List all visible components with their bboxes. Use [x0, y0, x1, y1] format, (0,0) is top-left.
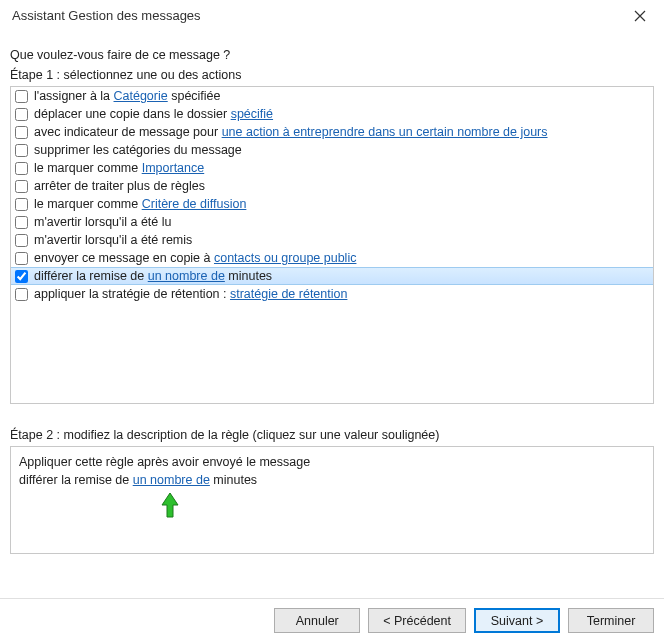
svg-marker-0	[162, 493, 178, 517]
action-label: m'avertir lorsqu'il a été lu	[34, 215, 171, 229]
next-button[interactable]: Suivant >	[474, 608, 560, 633]
action-row[interactable]: l'assigner à la Catégorie spécifiée	[11, 87, 653, 105]
action-label: le marquer comme Importance	[34, 161, 204, 175]
action-label: déplacer une copie dans le dossier spéci…	[34, 107, 273, 121]
action-label: avec indicateur de message pour une acti…	[34, 125, 548, 139]
action-label: différer la remise de un nombre de minut…	[34, 269, 272, 283]
action-label-pre: le marquer comme	[34, 197, 142, 211]
action-row[interactable]: arrêter de traiter plus de règles	[11, 177, 653, 195]
actions-list[interactable]: l'assigner à la Catégorie spécifiéedépla…	[10, 86, 654, 404]
action-checkbox[interactable]	[15, 144, 28, 157]
action-checkbox[interactable]	[15, 234, 28, 247]
action-label-pre: l'assigner à la	[34, 89, 114, 103]
window-title: Assistant Gestion des messages	[12, 8, 626, 23]
action-label: arrêter de traiter plus de règles	[34, 179, 205, 193]
action-link[interactable]: Importance	[142, 161, 205, 175]
action-checkbox[interactable]	[15, 90, 28, 103]
action-label: supprimer les catégories du message	[34, 143, 242, 157]
button-bar: Annuler < Précédent Suivant > Terminer	[274, 608, 654, 633]
step2-label: Étape 2 : modifiez la description de la …	[10, 428, 654, 442]
action-label-pre: m'avertir lorsqu'il a été lu	[34, 215, 171, 229]
action-checkbox[interactable]	[15, 180, 28, 193]
action-row[interactable]: appliquer la stratégie de rétention : st…	[11, 285, 653, 303]
action-label-pre: appliquer la stratégie de rétention :	[34, 287, 230, 301]
action-label: le marquer comme Critère de diffusion	[34, 197, 246, 211]
action-label: appliquer la stratégie de rétention : st…	[34, 287, 347, 301]
cancel-button[interactable]: Annuler	[274, 608, 360, 633]
desc-line2-post: minutes	[210, 473, 257, 487]
action-row[interactable]: le marquer comme Importance	[11, 159, 653, 177]
finish-button[interactable]: Terminer	[568, 608, 654, 633]
action-label: m'avertir lorsqu'il a été remis	[34, 233, 192, 247]
desc-line2-pre: différer la remise de	[19, 473, 133, 487]
action-row[interactable]: déplacer une copie dans le dossier spéci…	[11, 105, 653, 123]
action-label-pre: supprimer les catégories du message	[34, 143, 242, 157]
action-label: envoyer ce message en copie à contacts o…	[34, 251, 356, 265]
action-label-pre: arrêter de traiter plus de règles	[34, 179, 205, 193]
action-checkbox[interactable]	[15, 108, 28, 121]
action-label-pre: déplacer une copie dans le dossier	[34, 107, 231, 121]
action-link[interactable]: un nombre de	[148, 269, 225, 283]
action-link[interactable]: Catégorie	[114, 89, 168, 103]
description-line-1: Appliquer cette règle après avoir envoyé…	[19, 453, 645, 471]
prompt-text: Que voulez-vous faire de ce message ?	[10, 48, 654, 62]
action-label-pre: m'avertir lorsqu'il a été remis	[34, 233, 192, 247]
action-checkbox[interactable]	[15, 162, 28, 175]
action-label-pre: envoyer ce message en copie à	[34, 251, 214, 265]
action-label-pre: le marquer comme	[34, 161, 142, 175]
step1-label: Étape 1 : sélectionnez une ou des action…	[10, 68, 654, 82]
action-checkbox[interactable]	[15, 270, 28, 283]
description-line-2: différer la remise de un nombre de minut…	[19, 471, 645, 489]
action-checkbox[interactable]	[15, 252, 28, 265]
action-checkbox[interactable]	[15, 198, 28, 211]
action-link[interactable]: spécifié	[231, 107, 273, 121]
action-label-pre: avec indicateur de message pour	[34, 125, 222, 139]
action-checkbox[interactable]	[15, 288, 28, 301]
separator	[0, 598, 664, 599]
action-row[interactable]: m'avertir lorsqu'il a été lu	[11, 213, 653, 231]
action-label-pre: différer la remise de	[34, 269, 148, 283]
action-label: l'assigner à la Catégorie spécifiée	[34, 89, 221, 103]
action-link[interactable]: Critère de diffusion	[142, 197, 247, 211]
hint-arrow-icon	[159, 491, 181, 519]
action-link[interactable]: contacts ou groupe public	[214, 251, 356, 265]
titlebar: Assistant Gestion des messages	[0, 0, 664, 32]
dialog-content: Que voulez-vous faire de ce message ? Ét…	[0, 32, 664, 554]
action-row[interactable]: m'avertir lorsqu'il a été remis	[11, 231, 653, 249]
close-icon[interactable]	[626, 2, 654, 30]
desc-line2-link[interactable]: un nombre de	[133, 473, 210, 487]
action-row[interactable]: le marquer comme Critère de diffusion	[11, 195, 653, 213]
previous-button[interactable]: < Précédent	[368, 608, 466, 633]
action-label-post: minutes	[225, 269, 272, 283]
action-link[interactable]: stratégie de rétention	[230, 287, 347, 301]
action-row[interactable]: envoyer ce message en copie à contacts o…	[11, 249, 653, 267]
action-row[interactable]: différer la remise de un nombre de minut…	[11, 267, 653, 285]
rule-description-box: Appliquer cette règle après avoir envoyé…	[10, 446, 654, 554]
action-label-post: spécifiée	[168, 89, 221, 103]
action-row[interactable]: avec indicateur de message pour une acti…	[11, 123, 653, 141]
action-row[interactable]: supprimer les catégories du message	[11, 141, 653, 159]
action-link[interactable]: une action à entreprendre dans un certai…	[222, 125, 548, 139]
action-checkbox[interactable]	[15, 126, 28, 139]
action-checkbox[interactable]	[15, 216, 28, 229]
